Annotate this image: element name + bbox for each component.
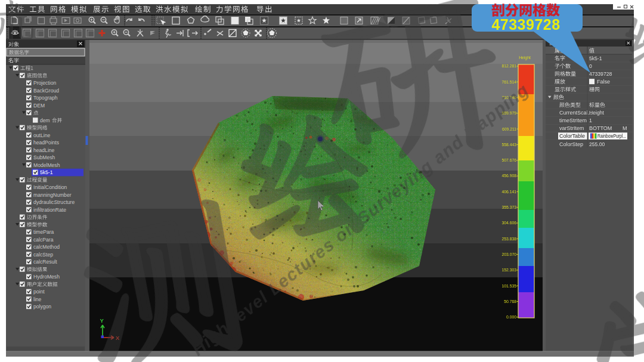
svg-text:0.000: 0.000 bbox=[506, 315, 516, 319]
svg-text:507.676: 507.676 bbox=[501, 158, 516, 162]
svg-text:5k5-1: 5k5-1 bbox=[589, 55, 602, 61]
svg-text:558.443: 558.443 bbox=[501, 143, 516, 147]
svg-text:calcMethod: calcMethod bbox=[33, 244, 60, 250]
svg-text:47339728: 47339728 bbox=[589, 71, 612, 77]
svg-text:50.768: 50.768 bbox=[504, 299, 516, 304]
svg-text:line: line bbox=[33, 296, 42, 302]
svg-text:varStrItem: varStrItem bbox=[559, 125, 584, 131]
svg-text:SubMesh: SubMesh bbox=[33, 154, 55, 160]
svg-text:timePara: timePara bbox=[33, 229, 54, 235]
svg-text:InitialCondition: InitialCondition bbox=[33, 184, 67, 190]
svg-text:M: M bbox=[623, 125, 627, 131]
svg-text:304.606: 304.606 bbox=[501, 221, 516, 225]
svg-text:point: point bbox=[33, 289, 45, 295]
svg-text:ModelMesh: ModelMesh bbox=[33, 162, 60, 168]
svg-text:False: False bbox=[597, 79, 610, 85]
svg-text:dydraulicStructure: dydraulicStructure bbox=[33, 199, 75, 205]
svg-text:outLine: outLine bbox=[33, 132, 50, 138]
svg-text:Height: Height bbox=[589, 110, 604, 116]
svg-text:203.070: 203.070 bbox=[501, 252, 516, 256]
svg-text:infiltrationRate: infiltrationRate bbox=[33, 207, 66, 213]
svg-text:Y: Y bbox=[100, 317, 104, 324]
svg-text:47339728: 47339728 bbox=[491, 16, 560, 33]
svg-text:0: 0 bbox=[589, 63, 592, 69]
svg-text:Height: Height bbox=[519, 55, 531, 60]
svg-text:headPoints: headPoints bbox=[33, 140, 59, 146]
svg-text:DEM: DEM bbox=[33, 103, 45, 109]
svg-text:609.211: 609.211 bbox=[502, 127, 516, 131]
svg-text:406.141: 406.141 bbox=[501, 190, 516, 194]
svg-text:headLine: headLine bbox=[33, 147, 55, 153]
svg-text:BackGroud: BackGroud bbox=[33, 88, 59, 94]
svg-text:ColorTable: ColorTable bbox=[559, 133, 585, 139]
svg-text:152.303: 152.303 bbox=[501, 268, 516, 272]
svg-text:timeStrItem: timeStrItem bbox=[559, 117, 587, 123]
svg-text:253.838: 253.838 bbox=[501, 237, 516, 241]
svg-text:812.281: 812.281 bbox=[501, 64, 516, 68]
svg-text:manningNumber: manningNumber bbox=[33, 192, 72, 198]
svg-text:Projection: Projection bbox=[33, 80, 56, 86]
svg-text:ColorStep: ColorStep bbox=[559, 141, 583, 147]
svg-text:Topograph: Topograph bbox=[33, 95, 58, 101]
svg-text:calcStep: calcStep bbox=[33, 252, 53, 258]
svg-text:355.373: 355.373 bbox=[501, 205, 516, 209]
svg-text:HydroMesh: HydroMesh bbox=[33, 274, 60, 280]
svg-text:1: 1 bbox=[589, 117, 592, 123]
svg-text:calcResult: calcResult bbox=[33, 259, 57, 265]
svg-text:255.00: 255.00 bbox=[589, 141, 605, 147]
svg-text:456.908: 456.908 bbox=[501, 174, 516, 178]
svg-text:5k5-1: 5k5-1 bbox=[40, 169, 53, 175]
svg-text:101.535: 101.535 bbox=[501, 284, 516, 288]
svg-text:RainbowPurpl...: RainbowPurpl... bbox=[597, 134, 626, 139]
svg-text:polygon: polygon bbox=[33, 304, 51, 310]
svg-text:dem: dem bbox=[40, 117, 50, 123]
svg-text:761.514: 761.514 bbox=[501, 80, 516, 84]
svg-text:calcPara: calcPara bbox=[33, 237, 54, 243]
svg-text:BOTTOM: BOTTOM bbox=[589, 125, 612, 131]
